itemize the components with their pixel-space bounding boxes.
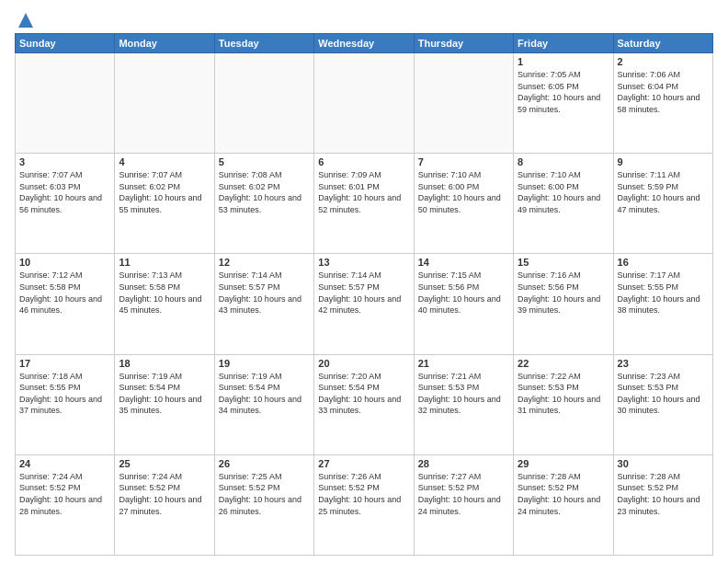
calendar-cell: 25Sunrise: 7:24 AMSunset: 5:52 PMDayligh…	[115, 454, 214, 555]
cell-content: Sunrise: 7:24 AMSunset: 5:52 PMDaylight:…	[119, 471, 210, 517]
day-number: 20	[318, 358, 409, 369]
cell-content: Sunrise: 7:28 AMSunset: 5:52 PMDaylight:…	[518, 471, 609, 517]
cell-content: Sunrise: 7:20 AMSunset: 5:54 PMDaylight:…	[318, 371, 409, 417]
calendar-cell: 14Sunrise: 7:15 AMSunset: 5:56 PMDayligh…	[414, 254, 513, 354]
calendar-cell: 5Sunrise: 7:08 AMSunset: 6:02 PMDaylight…	[214, 154, 313, 254]
cell-content: Sunrise: 7:23 AMSunset: 5:53 PMDaylight:…	[618, 371, 709, 417]
day-number: 4	[119, 156, 210, 167]
cell-content: Sunrise: 7:24 AMSunset: 5:52 PMDaylight:…	[19, 471, 110, 517]
cell-content: Sunrise: 7:12 AMSunset: 5:58 PMDaylight:…	[19, 270, 110, 316]
calendar-cell: 21Sunrise: 7:21 AMSunset: 5:53 PMDayligh…	[414, 354, 513, 454]
calendar-cell: 10Sunrise: 7:12 AMSunset: 5:58 PMDayligh…	[16, 254, 115, 354]
cell-content: Sunrise: 7:18 AMSunset: 5:55 PMDaylight:…	[19, 371, 110, 417]
cell-content: Sunrise: 7:15 AMSunset: 5:56 PMDaylight:…	[418, 270, 509, 316]
week-row-4: 24Sunrise: 7:24 AMSunset: 5:52 PMDayligh…	[16, 454, 713, 555]
calendar-cell: 22Sunrise: 7:22 AMSunset: 5:53 PMDayligh…	[514, 354, 613, 454]
header-sunday: Sunday	[16, 34, 115, 53]
logo-icon	[17, 11, 35, 29]
week-row-0: 1Sunrise: 7:05 AMSunset: 6:05 PMDaylight…	[16, 53, 713, 154]
day-number: 24	[19, 458, 110, 469]
cell-content: Sunrise: 7:05 AMSunset: 6:05 PMDaylight:…	[518, 69, 609, 115]
calendar-cell: 2Sunrise: 7:06 AMSunset: 6:04 PMDaylight…	[613, 53, 712, 154]
day-number: 17	[19, 358, 110, 369]
calendar-cell	[314, 53, 414, 154]
day-number: 6	[318, 156, 409, 167]
calendar-cell: 1Sunrise: 7:05 AMSunset: 6:05 PMDaylight…	[514, 53, 613, 154]
calendar-cell	[115, 53, 214, 154]
cell-content: Sunrise: 7:08 AMSunset: 6:02 PMDaylight:…	[219, 169, 310, 215]
day-number: 15	[518, 257, 609, 268]
cell-content: Sunrise: 7:19 AMSunset: 5:54 PMDaylight:…	[219, 371, 310, 417]
day-number: 30	[618, 458, 709, 469]
calendar-cell: 17Sunrise: 7:18 AMSunset: 5:55 PMDayligh…	[16, 354, 115, 454]
day-number: 25	[119, 458, 210, 469]
calendar-cell: 8Sunrise: 7:10 AMSunset: 6:00 PMDaylight…	[514, 154, 613, 254]
cell-content: Sunrise: 7:09 AMSunset: 6:01 PMDaylight:…	[318, 169, 409, 215]
day-number: 5	[219, 156, 310, 167]
day-number: 23	[618, 358, 709, 369]
calendar-header-row: SundayMondayTuesdayWednesdayThursdayFrid…	[16, 34, 713, 53]
cell-content: Sunrise: 7:14 AMSunset: 5:57 PMDaylight:…	[318, 270, 409, 316]
day-number: 12	[219, 257, 310, 268]
cell-content: Sunrise: 7:19 AMSunset: 5:54 PMDaylight:…	[119, 371, 210, 417]
calendar-cell: 18Sunrise: 7:19 AMSunset: 5:54 PMDayligh…	[115, 354, 214, 454]
calendar-cell: 29Sunrise: 7:28 AMSunset: 5:52 PMDayligh…	[514, 454, 613, 555]
header-tuesday: Tuesday	[214, 34, 313, 53]
day-number: 8	[518, 156, 609, 167]
cell-content: Sunrise: 7:07 AMSunset: 6:03 PMDaylight:…	[19, 169, 110, 215]
day-number: 21	[418, 358, 509, 369]
week-row-3: 17Sunrise: 7:18 AMSunset: 5:55 PMDayligh…	[16, 354, 713, 454]
cell-content: Sunrise: 7:16 AMSunset: 5:56 PMDaylight:…	[518, 270, 609, 316]
cell-content: Sunrise: 7:11 AMSunset: 5:59 PMDaylight:…	[618, 169, 709, 215]
calendar-cell: 20Sunrise: 7:20 AMSunset: 5:54 PMDayligh…	[314, 354, 414, 454]
cell-content: Sunrise: 7:21 AMSunset: 5:53 PMDaylight:…	[418, 371, 509, 417]
calendar-cell: 19Sunrise: 7:19 AMSunset: 5:54 PMDayligh…	[214, 354, 313, 454]
calendar-cell: 28Sunrise: 7:27 AMSunset: 5:52 PMDayligh…	[414, 454, 513, 555]
day-number: 9	[618, 156, 709, 167]
calendar-cell: 16Sunrise: 7:17 AMSunset: 5:55 PMDayligh…	[613, 254, 712, 354]
day-number: 27	[318, 458, 409, 469]
calendar-cell: 6Sunrise: 7:09 AMSunset: 6:01 PMDaylight…	[314, 154, 414, 254]
calendar-cell: 3Sunrise: 7:07 AMSunset: 6:03 PMDaylight…	[16, 154, 115, 254]
calendar-cell: 15Sunrise: 7:16 AMSunset: 5:56 PMDayligh…	[514, 254, 613, 354]
calendar-cell: 9Sunrise: 7:11 AMSunset: 5:59 PMDaylight…	[613, 154, 712, 254]
cell-content: Sunrise: 7:13 AMSunset: 5:58 PMDaylight:…	[119, 270, 210, 316]
week-row-1: 3Sunrise: 7:07 AMSunset: 6:03 PMDaylight…	[16, 154, 713, 254]
calendar-table: SundayMondayTuesdayWednesdayThursdayFrid…	[15, 33, 713, 556]
header-friday: Friday	[514, 34, 613, 53]
day-number: 18	[119, 358, 210, 369]
cell-content: Sunrise: 7:25 AMSunset: 5:52 PMDaylight:…	[219, 471, 310, 517]
header-thursday: Thursday	[414, 34, 513, 53]
day-number: 2	[618, 56, 709, 67]
calendar-cell: 26Sunrise: 7:25 AMSunset: 5:52 PMDayligh…	[214, 454, 313, 555]
cell-content: Sunrise: 7:22 AMSunset: 5:53 PMDaylight:…	[518, 371, 609, 417]
calendar-cell: 27Sunrise: 7:26 AMSunset: 5:52 PMDayligh…	[314, 454, 414, 555]
calendar-cell: 24Sunrise: 7:24 AMSunset: 5:52 PMDayligh…	[16, 454, 115, 555]
calendar-cell: 13Sunrise: 7:14 AMSunset: 5:57 PMDayligh…	[314, 254, 414, 354]
calendar-cell	[414, 53, 513, 154]
day-number: 26	[219, 458, 310, 469]
cell-content: Sunrise: 7:10 AMSunset: 6:00 PMDaylight:…	[518, 169, 609, 215]
page: SundayMondayTuesdayWednesdayThursdayFrid…	[0, 0, 728, 563]
calendar-cell	[214, 53, 313, 154]
header-wednesday: Wednesday	[314, 34, 414, 53]
calendar-cell: 11Sunrise: 7:13 AMSunset: 5:58 PMDayligh…	[115, 254, 214, 354]
calendar-cell: 23Sunrise: 7:23 AMSunset: 5:53 PMDayligh…	[613, 354, 712, 454]
svg-marker-0	[18, 13, 33, 28]
cell-content: Sunrise: 7:17 AMSunset: 5:55 PMDaylight:…	[618, 270, 709, 316]
cell-content: Sunrise: 7:26 AMSunset: 5:52 PMDaylight:…	[318, 471, 409, 517]
day-number: 28	[418, 458, 509, 469]
day-number: 1	[518, 56, 609, 67]
day-number: 13	[318, 257, 409, 268]
cell-content: Sunrise: 7:07 AMSunset: 6:02 PMDaylight:…	[119, 169, 210, 215]
calendar-cell: 7Sunrise: 7:10 AMSunset: 6:00 PMDaylight…	[414, 154, 513, 254]
day-number: 14	[418, 257, 509, 268]
day-number: 11	[119, 257, 210, 268]
cell-content: Sunrise: 7:28 AMSunset: 5:52 PMDaylight:…	[618, 471, 709, 517]
calendar-cell: 12Sunrise: 7:14 AMSunset: 5:57 PMDayligh…	[214, 254, 313, 354]
day-number: 29	[518, 458, 609, 469]
header-monday: Monday	[115, 34, 214, 53]
calendar-cell: 4Sunrise: 7:07 AMSunset: 6:02 PMDaylight…	[115, 154, 214, 254]
header	[15, 11, 713, 26]
day-number: 22	[518, 358, 609, 369]
